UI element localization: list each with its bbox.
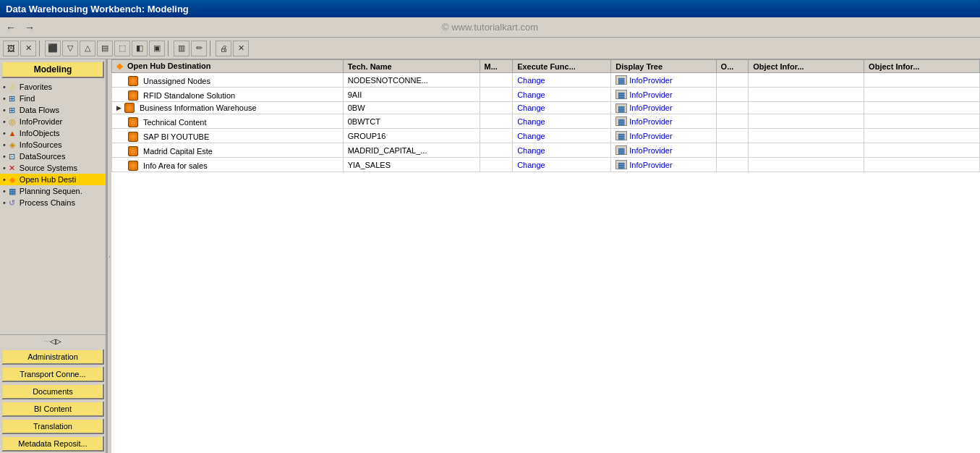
cell-display-6[interactable]: ▦ InfoProvider bbox=[611, 158, 716, 172]
watermark: © www.tutorialkart.com bbox=[442, 22, 538, 33]
print2-icon: ◧ bbox=[136, 43, 143, 53]
dot: • bbox=[3, 175, 6, 184]
cell-display-5[interactable]: ▦ InfoProvider bbox=[611, 143, 716, 158]
cell-exec-0[interactable]: Change bbox=[513, 73, 611, 88]
toolbar-edit-btn[interactable]: ✏ bbox=[191, 41, 207, 56]
documents-button[interactable]: Documents bbox=[1, 384, 104, 399]
cell-exec-2[interactable]: Change bbox=[513, 102, 611, 114]
sidebar-item-sourcesystems[interactable]: • ✕ Source Systems bbox=[0, 162, 106, 174]
exec-link[interactable]: Change bbox=[517, 117, 545, 126]
toolbar-display-btn[interactable]: 🖼 bbox=[3, 41, 19, 56]
sidebar-item-find[interactable]: • ⊞ Find bbox=[0, 93, 106, 104]
display-link[interactable]: InfoProvider bbox=[629, 146, 672, 155]
sidebar-item-dataflows[interactable]: • ⊞ Data Flows bbox=[0, 104, 106, 116]
sidebar-scroll-area[interactable]: ··· ◁ ▷ bbox=[0, 334, 106, 347]
sidebar-item-planningseq[interactable]: • ▦ Planning Sequen. bbox=[0, 185, 106, 197]
exec-link[interactable]: Change bbox=[517, 90, 545, 99]
cell-tech-2: 0BW bbox=[343, 102, 480, 114]
cell-exec-3[interactable]: Change bbox=[513, 114, 611, 129]
sidebar-item-infoobjects[interactable]: • ▲ InfoObjects bbox=[0, 127, 106, 139]
exec-link[interactable]: Change bbox=[517, 146, 545, 155]
columns-icon: ▤ bbox=[101, 43, 108, 53]
toolbar-filter-btn[interactable]: ▽ bbox=[62, 41, 78, 56]
cell-hub-1[interactable]: RFID Standalone Solution bbox=[112, 88, 344, 102]
display-icon: 🖼 bbox=[7, 44, 15, 53]
col-header-obj1[interactable]: Object Infor... bbox=[749, 60, 864, 73]
sidebar-item-processchains[interactable]: • ↺ Process Chains bbox=[0, 197, 106, 208]
sidebar-item-favorites[interactable]: • ☆ Favorites bbox=[0, 81, 106, 93]
sidebar-item-infoprovider[interactable]: • ◎ InfoProvider bbox=[0, 116, 106, 127]
layout-icon: ▣ bbox=[153, 43, 161, 53]
display-link[interactable]: InfoProvider bbox=[629, 103, 672, 112]
toolbar-print2-btn[interactable]: ◧ bbox=[132, 41, 148, 56]
cell-hub-6[interactable]: Info Area for sales bbox=[112, 158, 344, 172]
cell-o-4 bbox=[716, 129, 749, 143]
exec-link[interactable]: Change bbox=[517, 132, 545, 140]
forward-button[interactable]: → bbox=[25, 22, 35, 33]
metadata-button[interactable]: Metadata Reposit... bbox=[1, 436, 104, 452]
display-link[interactable]: InfoProvider bbox=[629, 117, 672, 126]
hub-name: Business Information Warehouse bbox=[140, 103, 257, 112]
toolbar-layout-btn[interactable]: ▣ bbox=[149, 41, 165, 56]
col-header-o[interactable]: O... bbox=[716, 60, 749, 73]
display-link[interactable]: InfoProvider bbox=[629, 161, 672, 169]
toolbar-sort-btn[interactable]: △ bbox=[80, 41, 95, 56]
col-header-exec[interactable]: Execute Func... bbox=[513, 60, 611, 73]
display-link[interactable]: InfoProvider bbox=[629, 132, 672, 140]
table-row: Info Area for salesYIA_SALESChange ▦ Inf… bbox=[112, 158, 980, 172]
display-link[interactable]: InfoProvider bbox=[629, 90, 672, 99]
col-header-obj2[interactable]: Object Infor... bbox=[864, 60, 980, 73]
hub-row-icon bbox=[128, 117, 138, 127]
display-link[interactable]: InfoProvider bbox=[629, 76, 672, 85]
cell-display-1[interactable]: ▦ InfoProvider bbox=[611, 88, 716, 102]
cell-exec-4[interactable]: Change bbox=[513, 129, 611, 143]
toolbar: 🖼 ✕ ⬛ ▽ △ ▤ ⬚ ◧ ▣ ▥ ✏ 🖨 ✕ bbox=[0, 38, 980, 59]
scroll-left[interactable]: ◁ bbox=[50, 337, 56, 345]
exec-link[interactable]: Change bbox=[517, 103, 545, 112]
cell-o-6 bbox=[716, 158, 749, 172]
administration-button[interactable]: Administration bbox=[1, 349, 104, 365]
back-button[interactable]: ← bbox=[6, 22, 16, 33]
cell-exec-1[interactable]: Change bbox=[513, 88, 611, 102]
cell-hub-4[interactable]: SAP BI YOUTUBE bbox=[112, 129, 344, 143]
cell-hub-5[interactable]: Madrid Capital Este bbox=[112, 143, 344, 158]
sort-icon: △ bbox=[85, 43, 90, 53]
toolbar-tool1-btn[interactable]: ⬛ bbox=[45, 41, 61, 56]
col-header-hub[interactable]: ◆ Open Hub Destination bbox=[112, 60, 344, 73]
cell-display-3[interactable]: ▦ InfoProvider bbox=[611, 114, 716, 129]
table-row: Technical Content0BWTCTChange ▦ InfoProv… bbox=[112, 114, 980, 129]
expand-arrow[interactable]: ▶ bbox=[116, 104, 122, 111]
dot: • bbox=[3, 117, 6, 126]
cell-exec-6[interactable]: Change bbox=[513, 158, 611, 172]
cell-display-2[interactable]: ▦ InfoProvider bbox=[611, 102, 716, 114]
sidebar-item-openhub[interactable]: • ◆ Open Hub Desti bbox=[0, 174, 106, 185]
cell-obj1-3 bbox=[749, 114, 864, 129]
tool1-icon: ⬛ bbox=[48, 43, 58, 53]
cell-hub-2[interactable]: ▶Business Information Warehouse bbox=[112, 102, 344, 114]
toolbar-close-btn[interactable]: ✕ bbox=[20, 41, 36, 56]
col-header-tech[interactable]: Tech. Name bbox=[343, 60, 480, 73]
col-header-display[interactable]: Display Tree bbox=[611, 60, 716, 73]
exec-link[interactable]: Change bbox=[517, 161, 545, 169]
toolbar-cancel-btn[interactable]: ✕ bbox=[233, 41, 249, 56]
bicontent-button[interactable]: BI Content bbox=[1, 401, 104, 417]
cell-hub-0[interactable]: Unassigned Nodes bbox=[112, 73, 344, 88]
sidebar-item-infosources[interactable]: • ◈ InfoSources bbox=[0, 139, 106, 151]
cell-display-0[interactable]: ▦ InfoProvider bbox=[611, 73, 716, 88]
scroll-right[interactable]: ▷ bbox=[56, 337, 61, 345]
toolbar-printdoc-btn[interactable]: 🖨 bbox=[216, 41, 231, 56]
sidebar-item-datasources[interactable]: • ⊡ DataSources bbox=[0, 151, 106, 162]
translation-button[interactable]: Translation bbox=[1, 418, 104, 434]
hub-name: SAP BI YOUTUBE bbox=[143, 132, 209, 141]
cell-obj2-3 bbox=[864, 114, 980, 129]
cell-obj2-2 bbox=[864, 102, 980, 114]
toolbar-print1-btn[interactable]: ⬚ bbox=[114, 41, 130, 56]
cell-exec-5[interactable]: Change bbox=[513, 143, 611, 158]
cell-hub-3[interactable]: Technical Content bbox=[112, 114, 344, 129]
exec-link[interactable]: Change bbox=[517, 76, 545, 85]
transport-button[interactable]: Transport Conne... bbox=[1, 366, 104, 382]
cell-display-4[interactable]: ▦ InfoProvider bbox=[611, 129, 716, 143]
toolbar-info-btn[interactable]: ▥ bbox=[174, 41, 189, 56]
col-header-m[interactable]: M... bbox=[480, 60, 513, 73]
toolbar-columns-btn[interactable]: ▤ bbox=[97, 41, 113, 56]
